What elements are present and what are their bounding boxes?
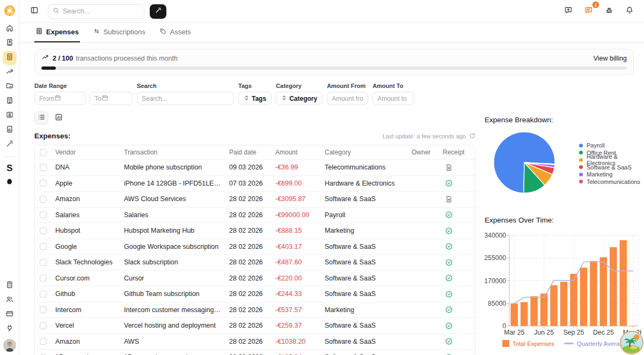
receipt-cell[interactable] [438, 195, 475, 203]
table-row[interactable]: Slack TechnologiesSlack subscription28 0… [35, 255, 475, 271]
chart-legend-item[interactable]: Quarterly Average [564, 340, 626, 347]
receipt-cell[interactable] [438, 274, 475, 282]
table-row[interactable]: SalariesSalaries28 02 2026-€99000.00Payr… [35, 208, 475, 224]
sidebar-item-contacts[interactable] [3, 109, 17, 123]
app-logo-icon[interactable] [4, 5, 16, 17]
receipt-cell[interactable] [438, 258, 475, 267]
table-row[interactable]: AmazonAWS Cloud Services28 02 2026-€3095… [35, 191, 475, 208]
sidebar-item-home[interactable] [3, 22, 17, 36]
sidebar-item-expenses[interactable] [3, 51, 17, 65]
ai-assistant-button[interactable] [150, 4, 166, 19]
last-update-text: Last update: a few seconds ago [383, 133, 466, 139]
sidebar-toggle-button[interactable] [27, 4, 41, 18]
receipt-cell[interactable] [438, 164, 475, 172]
tab-label: Assets [170, 28, 191, 36]
receipt-cell[interactable] [438, 290, 475, 298]
row-checkbox[interactable] [40, 306, 47, 313]
table-row[interactable]: 1Password1Password password manager28 02… [35, 350, 475, 355]
sidebar-item-s-workspace[interactable]: S [3, 161, 17, 175]
tab-expenses[interactable]: Expenses [34, 27, 80, 42]
receipt-cell[interactable] [438, 306, 475, 314]
receipt-cell[interactable] [438, 242, 475, 250]
global-search-input[interactable]: Search... [48, 4, 144, 19]
alerts-button[interactable] [623, 4, 636, 18]
sidebar-item-shared-folder[interactable] [3, 80, 17, 94]
column-header-owner[interactable]: Owner [407, 149, 438, 156]
sidebar-item-assistant[interactable] [3, 138, 17, 152]
row-checkbox[interactable] [40, 275, 47, 282]
notifications-messages-button[interactable]: 1 [582, 4, 596, 18]
table-row[interactable]: Cursor.comCursor28 02 2026-€220.00Softwa… [35, 271, 475, 287]
tab-assets[interactable]: Assets [158, 27, 192, 42]
row-checkbox[interactable] [40, 243, 47, 250]
date-from-input[interactable]: From [34, 92, 86, 105]
chart-legend-item[interactable]: Total Expenses [502, 340, 554, 347]
filter-label: Search [137, 83, 234, 89]
column-header-category[interactable]: Category [320, 149, 407, 156]
pie-legend-item[interactable]: Marketing [579, 171, 644, 179]
table-row[interactable]: DNAMobile phone subscription09 03 2026-€… [35, 160, 475, 176]
row-checkbox[interactable] [40, 338, 47, 345]
sidebar-item-cards[interactable] [3, 308, 17, 322]
user-avatar[interactable] [3, 339, 16, 352]
table-search-input[interactable]: Search... [137, 92, 234, 105]
chart-view-toggle[interactable] [52, 112, 65, 124]
tab-subscriptions[interactable]: Subscriptions [92, 27, 147, 42]
receipt-cell[interactable] [438, 227, 475, 235]
table-row[interactable]: IntercomIntercom customer messaging plat… [35, 302, 475, 319]
column-header-transaction[interactable]: Transaction [120, 149, 225, 156]
table-row[interactable]: GoogleGoogle Workspace subscription28 02… [35, 239, 475, 255]
receipt-cell[interactable] [438, 337, 475, 345]
select-all-checkbox[interactable] [40, 149, 47, 156]
column-header-receipt[interactable]: Receipt [438, 149, 475, 156]
column-header-amount[interactable]: Amount [271, 149, 320, 156]
table-row[interactable]: VercelVercel hosting and deployment28 02… [35, 318, 475, 334]
sidebar-item-bank[interactable] [3, 94, 17, 108]
sidebar-item-invoices[interactable] [3, 36, 17, 50]
table-row[interactable]: AppleiPhone 14 128GB - IPFD51LE3ON307 03… [35, 176, 475, 192]
trending-up-icon [41, 54, 53, 63]
feedback-button[interactable] [561, 4, 575, 18]
pie-legend-item[interactable]: Telecommunications [579, 178, 644, 186]
amount-to-input[interactable]: Amount to [372, 92, 414, 105]
amount-cell: -€259.37 [271, 322, 320, 329]
pie-legend-item[interactable]: Payroll [579, 142, 644, 149]
refresh-icon[interactable] [469, 132, 475, 140]
row-checkbox[interactable] [40, 227, 47, 234]
row-checkbox[interactable] [40, 180, 47, 187]
table-row[interactable]: AmazonAWS28 02 2026-€1038.20Software & S… [35, 334, 475, 350]
list-view-toggle[interactable] [34, 112, 48, 124]
column-header-paid-date[interactable]: Paid date [225, 149, 271, 156]
sidebar-item-reports[interactable] [3, 123, 17, 137]
row-checkbox[interactable] [40, 322, 47, 329]
row-checkbox[interactable] [40, 211, 47, 218]
pie-legend-item[interactable]: Hardware & Electronics [579, 156, 644, 164]
receipt-verified-icon [445, 322, 453, 330]
usage-progress-bar [41, 66, 627, 70]
category-select[interactable]: Category [276, 92, 323, 105]
receipt-cell[interactable] [438, 179, 475, 187]
sidebar-item-trends[interactable] [3, 65, 17, 79]
column-header-vendor[interactable]: Vendor [51, 149, 120, 156]
sidebar-item-integrations[interactable] [3, 322, 17, 336]
island-widget-button[interactable] [620, 331, 643, 354]
receipt-cell[interactable] [438, 211, 475, 219]
view-billing-link[interactable]: View billing [594, 55, 627, 62]
receipt-cell[interactable] [438, 322, 475, 330]
pie-legend: PayrollOffice RentHardware & Electronics… [579, 142, 644, 186]
row-checkbox[interactable] [40, 196, 47, 203]
amount-from-input[interactable]: Amount fro [327, 92, 368, 105]
tags-select[interactable]: Tags [238, 92, 272, 105]
date-to-input[interactable]: To [90, 92, 133, 105]
table-row[interactable]: GithubGithub Team subscription28 02 2026… [35, 286, 475, 302]
row-checkbox[interactable] [40, 291, 47, 298]
row-checkbox[interactable] [40, 259, 47, 266]
amount-cell: -€220.00 [271, 275, 320, 282]
sidebar-item-team[interactable] [3, 293, 17, 307]
report-bug-button[interactable] [602, 4, 616, 18]
sidebar-item-vault[interactable] [3, 176, 17, 190]
sidebar-item-calculator[interactable] [3, 279, 17, 293]
receipt-verified-icon [445, 290, 453, 298]
row-checkbox[interactable] [40, 164, 47, 171]
table-row[interactable]: HubspotHubspot Marketing Hub28 02 2026-€… [35, 223, 475, 239]
